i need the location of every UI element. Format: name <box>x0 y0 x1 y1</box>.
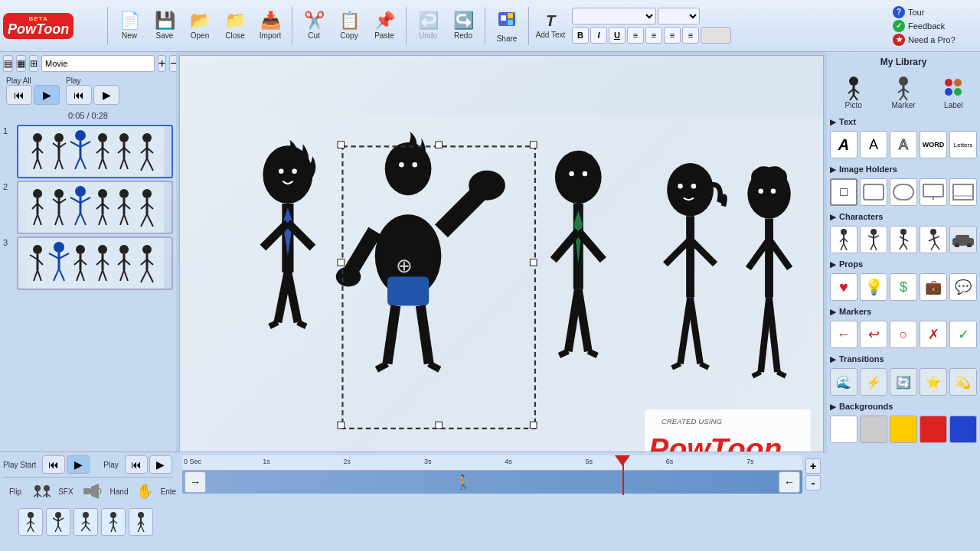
bg-gray[interactable] <box>860 416 887 443</box>
align-left-button[interactable]: ≡ <box>627 27 644 44</box>
anim-fig-4[interactable] <box>101 508 126 536</box>
anim-fig-3[interactable] <box>74 508 98 536</box>
transition-1[interactable]: 🌊 <box>830 368 858 396</box>
char-4[interactable] <box>920 226 947 253</box>
close-button[interactable]: 📁 Close <box>218 4 252 48</box>
share-button[interactable]: Share <box>490 4 524 48</box>
play-all-back-button[interactable]: ⏮ <box>6 85 32 105</box>
slide-item-1[interactable]: 1 <box>3 125 173 178</box>
transition-2[interactable]: ⚡ <box>860 368 887 396</box>
slide-thumb-1[interactable] <box>17 125 173 178</box>
marker-x[interactable]: ✗ <box>920 321 947 348</box>
new-button[interactable]: 📄 New <box>113 4 146 48</box>
tab-picto[interactable]: Picto <box>838 72 869 111</box>
bg-red[interactable] <box>920 416 947 443</box>
bottom-play-start-button[interactable]: ▶ <box>67 455 90 474</box>
feedback-button[interactable]: ✓ Feedback <box>893 20 945 32</box>
characters-section-header[interactable]: ▶ Characters <box>830 210 977 223</box>
tab-marker[interactable]: Marker <box>888 72 919 111</box>
italic-button[interactable]: I <box>590 27 607 44</box>
prop-money[interactable]: $ <box>890 273 917 301</box>
props-section-header[interactable]: ▶ Props <box>830 258 977 270</box>
prop-speech[interactable]: 💬 <box>949 273 977 301</box>
copy-button[interactable]: 📋 Copy <box>332 4 366 48</box>
underline-button[interactable]: U <box>609 27 626 44</box>
text-item-word[interactable]: WORD <box>920 131 947 158</box>
movie-name-input[interactable] <box>41 55 155 72</box>
transition-4[interactable]: ⭐ <box>920 368 947 396</box>
bg-blue[interactable] <box>949 416 977 443</box>
cut-button[interactable]: ✂️ Cut <box>297 4 331 48</box>
anim-fig-1[interactable] <box>18 508 43 536</box>
slide-thumb-3[interactable] <box>17 236 173 290</box>
prop-lightbulb[interactable]: 💡 <box>860 273 887 301</box>
img-holder-circle[interactable] <box>890 178 917 206</box>
slide-thumb-2[interactable] <box>17 181 173 234</box>
bold-button[interactable]: B <box>572 27 589 44</box>
img-holder-rounded[interactable] <box>860 178 887 206</box>
marker-check[interactable]: ✓ <box>949 321 977 348</box>
text-color-button[interactable] <box>701 27 731 44</box>
text-item-outline[interactable]: A <box>890 131 917 158</box>
timeline-left-arrow[interactable]: → <box>185 471 206 493</box>
align-center-button[interactable]: ≡ <box>645 27 662 44</box>
marker-circle[interactable]: ○ <box>890 321 917 348</box>
slide-item-3[interactable]: 3 <box>3 236 173 290</box>
flip-icon-button[interactable] <box>28 481 54 502</box>
hand-button[interactable]: ✋ <box>134 481 155 501</box>
transition-3[interactable]: 🔄 <box>890 368 917 396</box>
font-family-select[interactable] <box>572 8 656 24</box>
import-button[interactable]: 📥 Import <box>253 4 287 48</box>
bg-white[interactable] <box>830 416 858 443</box>
text-item-plain[interactable]: A <box>860 131 887 158</box>
marker-curve[interactable]: ↩ <box>860 321 887 348</box>
anim-fig-2[interactable] <box>46 508 70 536</box>
sfx-button[interactable] <box>80 481 106 502</box>
timeline-right-arrow[interactable]: ← <box>779 471 800 493</box>
font-size-select[interactable] <box>658 8 700 24</box>
bottom-play-button[interactable]: ▶ <box>149 455 172 474</box>
backgrounds-section-header[interactable]: ▶ Backgrounds <box>830 400 977 412</box>
play-back-button[interactable]: ⏮ <box>66 85 92 105</box>
view-icon-2[interactable]: ▦ <box>16 55 26 72</box>
add-text-button[interactable]: T Add Text <box>534 4 567 48</box>
img-holder-screen[interactable] <box>920 178 947 206</box>
transitions-section-header[interactable]: ▶ Transitions <box>830 353 977 365</box>
open-button[interactable]: 📂 Open <box>183 4 217 48</box>
prop-heart[interactable]: ♥ <box>830 273 858 301</box>
tab-label[interactable]: Label <box>938 72 969 111</box>
zoom-in-button[interactable]: + <box>805 458 821 474</box>
bg-yellow[interactable] <box>890 416 917 443</box>
timeline-track[interactable]: → 🚶 ← <box>182 471 802 494</box>
markers-section-header[interactable]: ▶ Markers <box>830 305 977 318</box>
redo-button[interactable]: ↪️ Redo <box>446 4 480 48</box>
play-play-button[interactable]: ▶ <box>93 85 119 105</box>
char-1[interactable] <box>830 226 858 253</box>
paste-button[interactable]: 📌 Paste <box>368 4 401 48</box>
tour-button[interactable]: ? Tour <box>893 6 924 18</box>
align-right-button[interactable]: ≡ <box>664 27 681 44</box>
anim-fig-5[interactable] <box>129 508 153 536</box>
slide-item-2[interactable]: 2 <box>3 181 173 234</box>
play-all-play-button[interactable]: ▶ <box>34 85 60 105</box>
char-3[interactable] <box>890 226 917 253</box>
view-icon-1[interactable]: ▤ <box>3 55 13 72</box>
view-icon-3[interactable]: ⊞ <box>29 55 38 72</box>
align-justify-button[interactable]: ≡ <box>682 27 699 44</box>
add-slide-button[interactable]: + <box>158 55 166 72</box>
transition-5[interactable]: 💫 <box>949 368 977 396</box>
img-holder-polaroid[interactable] <box>949 178 977 206</box>
char-car[interactable] <box>949 226 977 253</box>
text-item-letters[interactable]: Letters <box>949 131 977 158</box>
save-button[interactable]: 💾 Save <box>148 4 181 48</box>
char-2[interactable] <box>860 226 887 253</box>
marker-arrow-left[interactable]: ← <box>830 321 858 348</box>
undo-button[interactable]: ↩️ Undo <box>411 4 445 48</box>
img-holder-plain[interactable]: □ <box>830 178 858 206</box>
bottom-back-start-button[interactable]: ⏮ <box>42 455 65 474</box>
prop-suitcase[interactable]: 💼 <box>920 273 947 301</box>
text-section-header[interactable]: ▶ Text <box>830 116 977 128</box>
bottom-back-button[interactable]: ⏮ <box>125 455 148 474</box>
text-item-serif[interactable]: A <box>830 131 858 158</box>
need-pro-button[interactable]: ★ Need a Pro? <box>893 34 956 46</box>
